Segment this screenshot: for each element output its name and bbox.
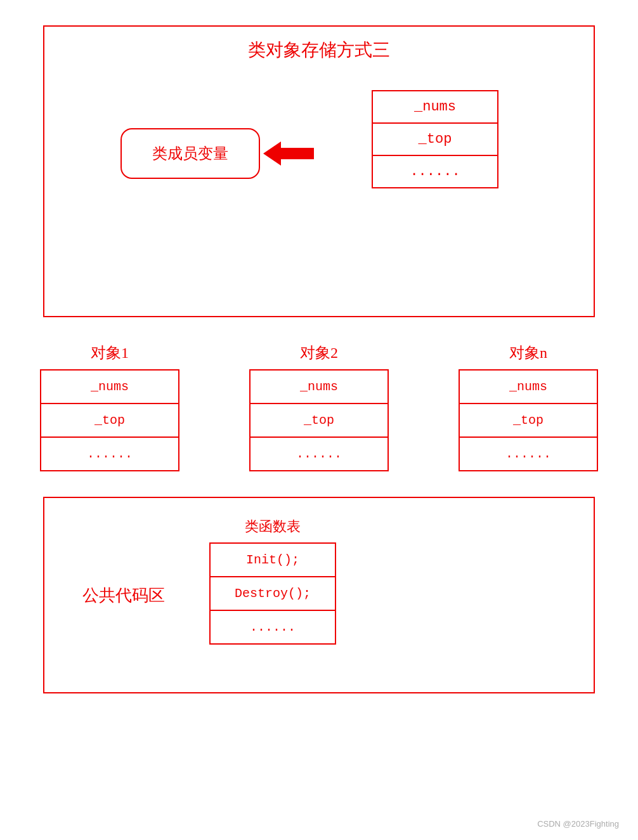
code-area-label: 公共代码区 xyxy=(82,584,165,607)
object-group-n: 对象n _nums _top ...... xyxy=(452,343,604,471)
code-area-box: 公共代码区 类函数表 Init(); Destroy(); ...... xyxy=(43,497,595,693)
obj-row-1-nums: _nums xyxy=(41,371,178,404)
watermark: CSDN @2023Fighting xyxy=(537,819,619,829)
object-group-1: 对象1 _nums _top ...... xyxy=(34,343,186,471)
func-row-dots: ...... xyxy=(211,611,335,643)
obj-row-2-dots: ...... xyxy=(251,438,387,470)
object-label-1: 对象1 xyxy=(91,343,129,363)
obj-row-2-nums: _nums xyxy=(251,371,387,404)
objects-section: 对象1 _nums _top ...... 对象2 _nums _top ...… xyxy=(34,343,604,471)
obj-row-2-top: _top xyxy=(251,404,387,438)
object-group-2: 对象2 _nums _top ...... xyxy=(243,343,395,471)
member-var-label: 类成员变量 xyxy=(152,143,228,164)
obj-row-n-nums: _nums xyxy=(460,371,597,404)
object-label-2: 对象2 xyxy=(300,343,338,363)
field-row-nums: _nums xyxy=(373,91,497,124)
svg-marker-0 xyxy=(263,141,314,166)
field-row-top: _top xyxy=(373,124,497,156)
object-label-n: 对象n xyxy=(509,343,547,363)
object-box-1: _nums _top ...... xyxy=(40,369,179,471)
member-var-box: 类成员变量 xyxy=(120,128,260,179)
func-row-init: Init(); xyxy=(211,544,335,577)
arrow-icon xyxy=(263,141,314,166)
obj-row-n-dots: ...... xyxy=(460,438,597,470)
top-diagram-title: 类对象存储方式三 xyxy=(44,27,594,62)
field-row-dots: ...... xyxy=(373,156,497,187)
obj-row-1-dots: ...... xyxy=(41,438,178,470)
object-box-2: _nums _top ...... xyxy=(249,369,389,471)
obj-row-n-top: _top xyxy=(460,404,597,438)
func-table-wrapper: 类函数表 Init(); Destroy(); ...... xyxy=(209,517,336,645)
object-box-n: _nums _top ...... xyxy=(459,369,598,471)
func-table-title: 类函数表 xyxy=(245,517,301,536)
func-table: Init(); Destroy(); ...... xyxy=(209,542,336,645)
fields-box: _nums _top ...... xyxy=(372,90,498,188)
obj-row-1-top: _top xyxy=(41,404,178,438)
func-row-destroy: Destroy(); xyxy=(211,577,335,611)
top-diagram-box: 类对象存储方式三 类成员变量 _nums _top ...... xyxy=(43,25,595,317)
